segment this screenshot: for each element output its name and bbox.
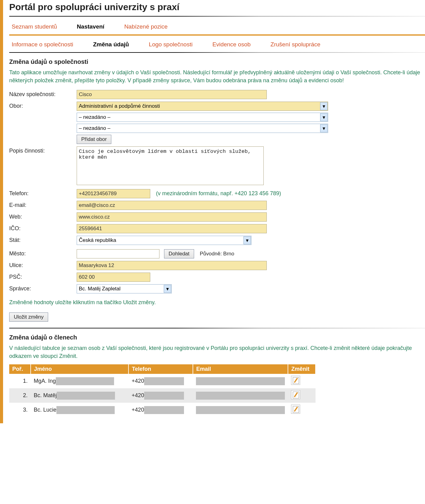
label-desc: Popis činnosti: [9,146,77,154]
th-telefon: Telefon [128,364,193,374]
cell-zmenit [288,403,316,417]
web-input[interactable] [77,212,267,222]
cell-jmeno: MgA. Ing [31,374,128,388]
country-select[interactable] [77,236,251,245]
company-form: Název společnosti: Obor: ▾ ▾ ▾ [9,90,425,295]
divider [9,52,425,53]
members-table: Poř. Jméno Telefon Email Změnit 1. MgA. … [9,364,316,417]
label-street: Ulice: [9,261,77,269]
edit-icon[interactable] [291,405,300,414]
obor-select-1[interactable] [77,102,328,111]
divider-orange [9,34,425,36]
street-input[interactable] [77,261,267,270]
divider [9,16,425,17]
obor-select-3[interactable] [77,124,328,133]
intro-text-members: V následující tabulce je seznam osob z V… [9,344,425,360]
label-psc: PSČ: [9,273,77,280]
nav-informace[interactable]: Informace o společnosti [12,41,73,48]
cell-jmeno: Bc. Lucie [31,403,128,417]
label-ico: IČO: [9,224,77,232]
cell-telefon: +420 [128,403,193,417]
nav-seznam-studentu[interactable]: Seznam studentů [12,23,57,30]
label-field: Obor: [9,102,77,109]
nav-zmena-udaju[interactable]: Změna údajů [93,41,129,48]
nav-nabizene-pozice[interactable]: Nabízené pozice [124,23,168,30]
ico-input[interactable] [77,224,267,233]
add-obor-button[interactable]: Přidat obor [77,135,111,144]
cell-zmenit [288,388,316,403]
cell-telefon: +420 [128,388,193,403]
th-zmenit: Změnit [288,364,316,374]
table-row: 2. Bc. Matěj +420 [9,388,316,403]
th-jmeno: Jméno [31,364,128,374]
intro-text-company: Tato aplikace umožňuje navrhovat změny v… [9,68,425,84]
obor-select-2[interactable] [77,113,328,122]
label-email: E-mail: [9,201,77,208]
cell-email [193,388,288,403]
cell-por: 3. [9,403,31,417]
nav-logo[interactable]: Logo společnosti [149,41,193,48]
phone-hint: (v mezinárodním formátu, např. +420 123 … [156,190,281,196]
edit-icon[interactable] [291,390,300,399]
cell-telefon: +420 [128,374,193,388]
cell-email [193,374,288,388]
th-email: Email [193,364,288,374]
cell-zmenit [288,374,316,388]
company-input[interactable] [77,90,267,99]
table-header-row: Poř. Jméno Telefon Email Změnit [9,364,316,374]
primary-nav: Seznam studentů Nastavení Nabízené pozic… [9,20,425,33]
label-phone: Telefon: [9,189,77,197]
city-lookup-button[interactable]: Dohledat [164,249,194,258]
page-title: Portál pro spolupráci univerzity s praxí [9,2,425,12]
th-por: Poř. [9,364,31,374]
city-original: Původně: Brno [200,251,234,257]
save-hint: Změněné hodnoty uložíte kliknutím na tla… [9,298,425,306]
cell-email [193,403,288,417]
cell-por: 1. [9,374,31,388]
label-country: Stát: [9,236,77,243]
city-input[interactable] [77,249,159,258]
section-heading-members: Změna údajů o členech [9,334,425,341]
admin-select[interactable] [77,284,172,293]
cell-por: 2. [9,388,31,403]
psc-input[interactable] [77,273,150,282]
desc-textarea[interactable]: Cisco je celosvětovým lídrem v oblasti s… [77,146,264,185]
nav-nastaveni[interactable]: Nastavení [77,23,105,30]
save-button[interactable]: Uložit změny [9,312,48,322]
table-row: 3. Bc. Lucie +420 [9,403,316,417]
phone-input[interactable] [77,189,150,198]
label-company: Název společnosti: [9,90,77,98]
divider [9,328,425,328]
email-input[interactable] [77,201,267,210]
label-admin: Správce: [9,284,77,292]
table-row: 1. MgA. Ing +420 [9,374,316,388]
secondary-nav: Informace o společnosti Změna údajů Logo… [9,38,425,51]
label-city: Město: [9,249,77,257]
nav-zruseni[interactable]: Zrušení spolupráce [270,41,320,48]
edit-icon[interactable] [291,376,300,385]
nav-evidence-osob[interactable]: Evidence osob [212,41,251,48]
cell-jmeno: Bc. Matěj [31,388,128,403]
section-heading-company: Změna údajů o společnosti [9,58,425,65]
label-web: Web: [9,212,77,220]
